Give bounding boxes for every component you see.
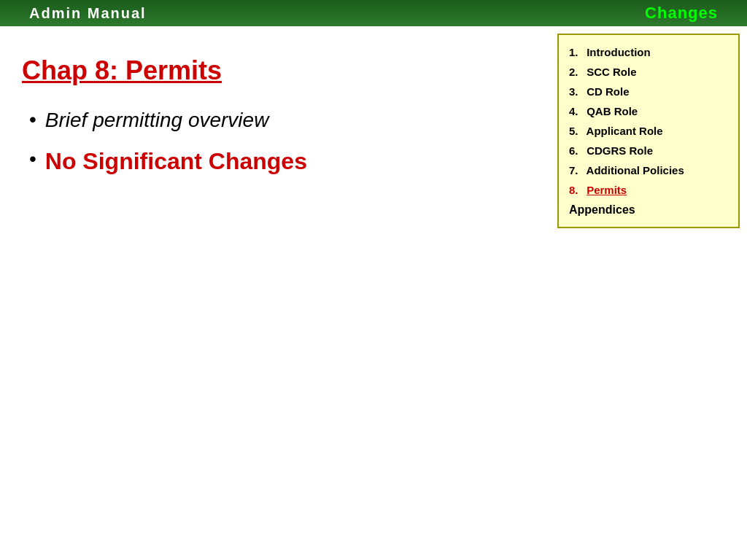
nav-item[interactable]: 4. QAB Role	[569, 101, 728, 121]
bullet-text-normal: Brief permitting overview	[45, 108, 269, 133]
nav-item[interactable]: 7. Additional Policies	[569, 160, 728, 180]
header-left-title: Admin Manual	[29, 5, 147, 22]
bullet-text-highlight: No Significant Changes	[45, 147, 307, 175]
nav-item[interactable]: 3. CD Role	[569, 82, 728, 101]
changes-box: 1. Introduction2. SCC Role3. CD Role4. Q…	[557, 34, 740, 228]
bullet-dot: •	[29, 109, 36, 130]
list-item: • No Significant Changes	[29, 147, 528, 175]
nav-item[interactable]: 5. Applicant Role	[569, 121, 728, 141]
nav-item[interactable]: 6. CDGRS Role	[569, 141, 728, 160]
right-sidebar: 1. Introduction2. SCC Role3. CD Role4. Q…	[557, 26, 747, 560]
nav-item[interactable]: 8. Permits	[569, 180, 728, 200]
left-content: Chap 8: Permits • Brief permitting overv…	[0, 26, 557, 560]
nav-item[interactable]: 2. SCC Role	[569, 62, 728, 82]
header-right-title: Changes	[645, 4, 718, 23]
nav-item[interactable]: 1. Introduction	[569, 42, 728, 62]
changes-nav: 1. Introduction2. SCC Role3. CD Role4. Q…	[569, 42, 728, 200]
bullet-list: • Brief permitting overview • No Signifi…	[22, 108, 528, 175]
header: Admin Manual Changes	[0, 0, 747, 26]
bullet-dot: •	[29, 149, 36, 169]
appendices-item: Appendices	[569, 200, 728, 217]
main-content: Chap 8: Permits • Brief permitting overv…	[0, 26, 747, 560]
list-item: • Brief permitting overview	[29, 108, 528, 133]
chapter-title: Chap 8: Permits	[22, 55, 528, 86]
